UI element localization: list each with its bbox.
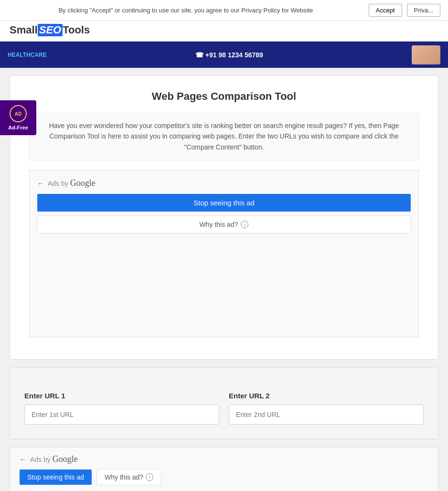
google-text-1: Google xyxy=(70,178,96,188)
ad-badge-icon: AD xyxy=(10,105,27,122)
navbar: SmallSEOTools xyxy=(0,19,448,42)
url-input-2[interactable] xyxy=(229,405,424,425)
logo-small: Small xyxy=(10,24,38,36)
info-icon-2: i xyxy=(146,473,153,481)
url-input-group-2: Enter URL 2 xyxy=(229,392,424,425)
ads-header-2: ← Ads by Google xyxy=(20,454,428,464)
logo-seo: SEO xyxy=(38,24,63,36)
tool-description: Have you ever wondered how your competit… xyxy=(29,112,419,160)
tool-card: Web Pages Comparison Tool Have you ever … xyxy=(10,75,438,360)
cookie-text: By clicking "Accept" or continuing to us… xyxy=(8,7,364,14)
url-inputs-row: Enter URL 1 Enter URL 2 xyxy=(24,392,424,425)
url-label-2: Enter URL 2 xyxy=(229,392,424,400)
logo[interactable]: SmallSEOTools xyxy=(10,24,90,36)
accept-button[interactable]: Accept xyxy=(369,4,402,17)
ad-free-badge[interactable]: AD Ad-Free xyxy=(0,100,36,135)
top-ad-banner: HEALTHCARE ☎ +91 98 1234 56789 xyxy=(0,42,448,68)
ads-section-2: ← Ads by Google Stop seeing this ad Why … xyxy=(10,447,438,491)
ad-free-label: Ad-Free xyxy=(8,125,28,130)
main-wrapper: Web Pages Comparison Tool Have you ever … xyxy=(0,75,448,491)
google-text-2: Google xyxy=(53,454,78,464)
ads-label-2: Ads by Google xyxy=(30,454,78,464)
url-input-1[interactable] xyxy=(24,405,219,425)
url-label-1: Enter URL 1 xyxy=(24,392,219,400)
why-this-ad-button-2[interactable]: Why this ad? i xyxy=(96,469,161,485)
stop-seeing-button-2[interactable]: Stop seeing this ad xyxy=(20,470,92,485)
ad-banner-center-text: ☎ +91 98 1234 56789 xyxy=(195,51,263,59)
cookie-banner: By clicking "Accept" or continuing to us… xyxy=(0,0,448,21)
ads-label-1: Ads by Google xyxy=(48,178,96,188)
why-this-ad-button-1[interactable]: Why this ad? i xyxy=(37,215,411,234)
ad-spacer-1 xyxy=(37,234,411,329)
why-this-ad-text-1: Why this ad? xyxy=(200,221,238,228)
logo-tools: Tools xyxy=(63,24,90,36)
ads-by-text-1: Ads by xyxy=(48,180,68,187)
ad-banner-right-image xyxy=(412,45,440,64)
ads-section-1: ← Ads by Google Stop seeing this ad Why … xyxy=(29,170,419,337)
ads-by-text-2: Ads by xyxy=(30,456,51,463)
url-input-card: Enter URL 1 Enter URL 2 xyxy=(10,367,438,439)
back-arrow-icon-1[interactable]: ← xyxy=(37,180,44,187)
tool-title: Web Pages Comparison Tool xyxy=(29,90,419,103)
why-this-ad-text-2: Why this ad? xyxy=(105,473,143,481)
ads-header-1: ← Ads by Google xyxy=(37,178,411,188)
ad-banner-left-text: HEALTHCARE xyxy=(8,52,47,58)
privacy-button[interactable]: Priva... xyxy=(407,4,440,17)
stop-seeing-button-1[interactable]: Stop seeing this ad xyxy=(37,194,411,212)
info-icon-1: i xyxy=(241,221,248,228)
bottom-ads-buttons: Stop seeing this ad Why this ad? i xyxy=(20,469,428,485)
url-input-group-1: Enter URL 1 xyxy=(24,392,219,425)
back-arrow-icon-2[interactable]: ← xyxy=(20,456,26,463)
